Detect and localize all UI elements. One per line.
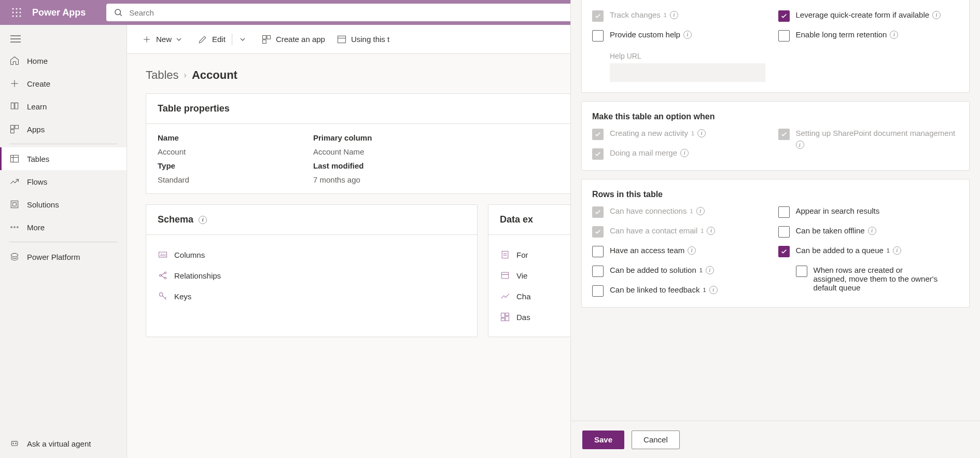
cmd-create-app[interactable]: Create an app <box>261 34 325 45</box>
opt-move-queue[interactable]: When rows are created or assigned, move … <box>796 266 938 292</box>
checkbox-icon[interactable] <box>592 246 604 257</box>
checkbox-icon[interactable] <box>778 30 790 41</box>
svg-point-8 <box>20 16 21 17</box>
svg-point-7 <box>16 16 18 17</box>
checkbox-icon[interactable] <box>592 30 604 41</box>
checkbox-icon <box>592 10 604 22</box>
nav-flows[interactable]: Flows <box>0 170 127 193</box>
nav-create-label: Create <box>27 79 50 88</box>
data-dashboards[interactable]: Das <box>500 307 580 327</box>
svg-rect-48 <box>501 272 508 279</box>
section-rows-title: Rows in this table <box>592 190 959 199</box>
cmd-edit-label: Edit <box>212 35 226 44</box>
info-icon[interactable]: i <box>707 227 715 235</box>
info-icon[interactable]: i <box>696 207 705 215</box>
prop-primary-label: Primary column <box>313 133 469 142</box>
checkbox-icon[interactable] <box>778 226 790 238</box>
data-charts-label: Cha <box>516 292 531 301</box>
svg-rect-52 <box>506 316 509 321</box>
nav-ask-agent[interactable]: Ask a virtual agent <box>0 432 127 455</box>
opt-access-team[interactable]: Have an access teami <box>592 246 696 257</box>
checkbox-icon[interactable] <box>796 266 807 277</box>
nav-power-platform[interactable]: Power Platform <box>0 245 127 268</box>
checkbox-icon[interactable] <box>592 266 604 277</box>
svg-rect-25 <box>11 441 18 446</box>
opt-taken-offline-label: Can be taken offline <box>796 226 865 235</box>
schema-keys[interactable]: Keys <box>158 286 466 307</box>
checkbox-icon[interactable] <box>778 246 790 257</box>
opt-long-term-retention[interactable]: Enable long term retentioni <box>778 30 899 41</box>
info-icon[interactable]: i <box>868 227 876 235</box>
prop-type-label: Type <box>158 161 313 170</box>
opt-provide-help[interactable]: Provide custom helpi <box>592 30 692 41</box>
info-icon[interactable]: i <box>680 149 689 157</box>
save-button[interactable]: Save <box>582 431 624 449</box>
svg-rect-14 <box>11 126 15 129</box>
nav-create[interactable]: Create <box>0 72 127 95</box>
nav-collapse-icon[interactable] <box>0 30 127 49</box>
nav-home[interactable]: Home <box>0 49 127 72</box>
breadcrumb-root[interactable]: Tables <box>146 68 179 82</box>
info-icon[interactable]: i <box>932 11 941 19</box>
panel-footer: Save Cancel <box>571 421 980 458</box>
info-icon[interactable]: i <box>688 246 696 255</box>
nav-ask-agent-label: Ask a virtual agent <box>27 439 91 448</box>
data-views[interactable]: Vie <box>500 265 580 286</box>
info-icon[interactable]: i <box>697 129 706 137</box>
svg-rect-33 <box>338 36 345 43</box>
schema-relationships[interactable]: Relationships <box>158 265 466 286</box>
help-url-input[interactable] <box>610 63 765 82</box>
data-forms[interactable]: For <box>500 244 580 265</box>
nav-solutions[interactable]: Solutions <box>0 193 127 216</box>
info-icon[interactable]: i <box>709 286 718 294</box>
svg-point-0 <box>12 8 14 10</box>
prop-modified-value: 7 months ago <box>313 175 469 184</box>
cmd-edit-dropdown[interactable] <box>235 36 250 43</box>
info-icon[interactable]: i <box>683 31 692 39</box>
opt-appear-search[interactable]: Appear in search results <box>778 206 880 218</box>
cmd-new[interactable]: New <box>142 34 186 45</box>
info-icon[interactable]: i <box>199 216 207 224</box>
svg-rect-21 <box>13 203 17 206</box>
info-icon[interactable]: i <box>890 31 898 39</box>
cancel-button[interactable]: Cancel <box>632 431 680 449</box>
panel-section-general: Track changes1i Provide custom helpi Hel… <box>581 0 970 93</box>
opt-leverage-quick-create[interactable]: Leverage quick-create form if availablei <box>778 10 941 22</box>
opt-leverage-quick-create-label: Leverage quick-create form if available <box>796 10 930 19</box>
brand-label[interactable]: Power Apps <box>32 7 86 18</box>
nav-apps[interactable]: Apps <box>0 118 127 141</box>
help-url-label: Help URL <box>610 52 765 60</box>
opt-linked-feedback[interactable]: Can be linked to feedback1i <box>592 285 718 297</box>
cmd-using-this-label: Using this t <box>351 35 389 44</box>
opt-taken-offline[interactable]: Can be taken offlinei <box>778 226 876 238</box>
info-icon[interactable]: i <box>796 141 804 149</box>
checkbox-icon[interactable] <box>592 285 604 297</box>
cmd-edit[interactable]: Edit <box>198 34 226 45</box>
nav-tables[interactable]: Tables <box>0 147 127 170</box>
info-icon[interactable]: i <box>706 266 714 274</box>
search-icon <box>114 8 123 17</box>
svg-rect-51 <box>506 313 509 316</box>
data-experiences-title: Data ex <box>500 214 533 225</box>
prop-modified-label: Last modified <box>313 161 469 170</box>
info-icon[interactable]: i <box>670 11 678 19</box>
nav-learn[interactable]: Learn <box>0 95 127 118</box>
opt-added-solution[interactable]: Can be added to solution1i <box>592 266 714 277</box>
checkbox-icon[interactable] <box>778 206 790 218</box>
cmd-using-this[interactable]: Using this t <box>337 34 389 45</box>
data-charts[interactable]: Cha <box>500 286 580 307</box>
footnote-marker: 1 <box>701 228 704 234</box>
opt-added-queue[interactable]: Can be added to a queue1i <box>778 246 901 257</box>
svg-point-6 <box>12 16 14 17</box>
search-box[interactable] <box>106 4 573 21</box>
nav-more[interactable]: More <box>0 216 127 239</box>
search-input[interactable] <box>129 8 566 17</box>
svg-rect-31 <box>267 35 271 39</box>
info-icon[interactable]: i <box>893 246 901 255</box>
nav-flows-label: Flows <box>27 177 47 186</box>
checkbox-icon[interactable] <box>778 10 790 22</box>
svg-rect-30 <box>262 35 266 39</box>
waffle-icon[interactable] <box>4 0 29 25</box>
schema-columns[interactable]: AbcColumns <box>158 244 466 265</box>
nav-power-platform-label: Power Platform <box>27 253 80 261</box>
